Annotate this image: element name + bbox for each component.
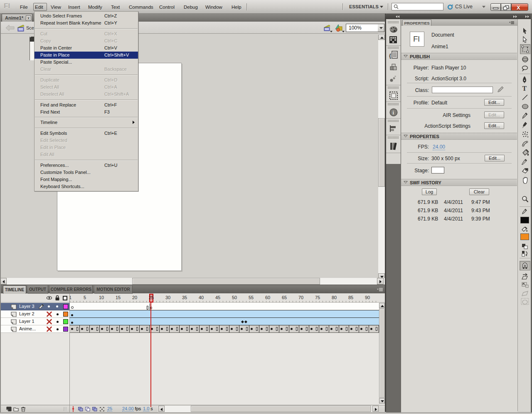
svg-text:T: T — [522, 85, 527, 92]
svg-text:{: { — [389, 52, 391, 59]
